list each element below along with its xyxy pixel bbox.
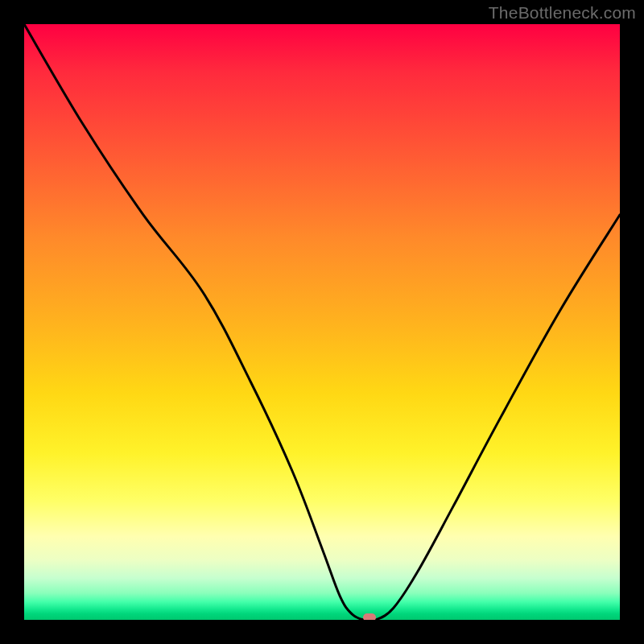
plot-area <box>24 24 620 620</box>
watermark-text: TheBottleneck.com <box>489 3 636 23</box>
bottleneck-curve <box>24 24 620 620</box>
chart-frame: TheBottleneck.com <box>0 0 644 644</box>
optimal-point-marker <box>363 613 376 620</box>
